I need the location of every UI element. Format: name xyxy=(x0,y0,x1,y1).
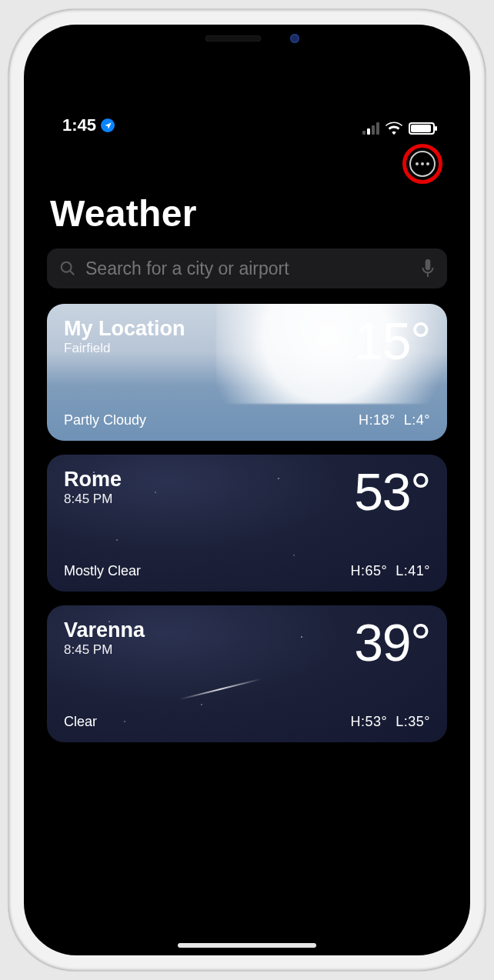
location-temp: 53° xyxy=(354,468,430,515)
toolbar xyxy=(47,140,447,188)
search-input[interactable] xyxy=(85,258,412,279)
location-title: Varenna xyxy=(64,619,145,641)
home-indicator[interactable] xyxy=(178,943,316,948)
battery-icon xyxy=(409,122,435,135)
speaker-grille xyxy=(205,35,261,42)
ellipsis-icon xyxy=(416,162,419,165)
location-hilo: H:65° L:41° xyxy=(351,563,430,579)
front-camera xyxy=(290,34,299,43)
search-icon xyxy=(59,260,76,277)
location-temp: 15° xyxy=(354,318,430,365)
status-right xyxy=(362,122,447,135)
location-temp: 39° xyxy=(354,619,430,666)
location-condition: Partly Cloudy xyxy=(64,412,146,428)
cellular-signal-icon xyxy=(362,122,379,135)
location-card[interactable]: My Location Fairfield 15° Partly Cloudy … xyxy=(47,304,447,441)
search-field[interactable] xyxy=(47,248,447,288)
phone-bezel: 1:45 xyxy=(24,25,470,955)
status-left: 1:45 xyxy=(47,115,115,135)
location-subtitle: 8:45 PM xyxy=(64,642,145,658)
location-card[interactable]: Varenna 8:45 PM 39° Clear H:53° L:35° xyxy=(47,605,447,742)
svg-rect-2 xyxy=(426,259,431,270)
location-card[interactable]: Rome 8:45 PM 53° Mostly Clear H:65° L:41… xyxy=(47,455,447,592)
location-condition: Clear xyxy=(64,714,97,730)
svg-point-0 xyxy=(62,262,72,272)
location-hilo: H:18° L:4° xyxy=(359,412,430,428)
location-condition: Mostly Clear xyxy=(64,563,141,579)
location-subtitle: Fairfield xyxy=(64,341,185,356)
annotation-highlight-ring xyxy=(402,144,442,184)
page-title: Weather xyxy=(47,188,447,248)
wifi-icon xyxy=(386,122,402,135)
device-notch xyxy=(147,25,347,52)
status-time: 1:45 xyxy=(62,115,96,135)
location-hilo: H:53° L:35° xyxy=(351,714,430,730)
location-title: My Location xyxy=(64,318,185,339)
phone-frame: 1:45 xyxy=(8,9,486,971)
more-options-button[interactable] xyxy=(409,151,436,177)
location-services-icon xyxy=(101,118,115,132)
screen: 1:45 xyxy=(24,25,470,955)
svg-line-1 xyxy=(70,271,74,275)
microphone-icon[interactable] xyxy=(421,259,435,278)
locations-list: My Location Fairfield 15° Partly Cloudy … xyxy=(47,304,447,742)
location-subtitle: 8:45 PM xyxy=(64,492,122,507)
shooting-star-icon xyxy=(179,678,261,700)
